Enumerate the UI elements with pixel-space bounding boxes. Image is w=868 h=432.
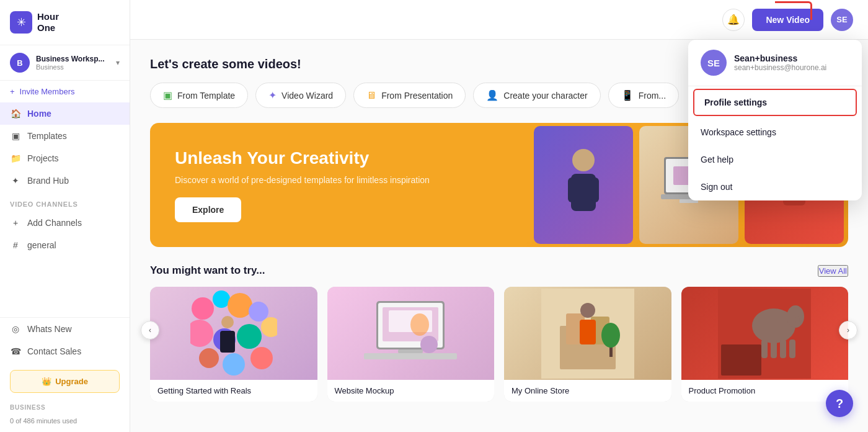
svg-rect-3	[591, 178, 599, 202]
svg-rect-50	[780, 340, 786, 358]
dropdown-item-profile[interactable]: Profile settings	[693, 89, 857, 116]
svg-point-23	[250, 347, 273, 369]
more-icon: 📱	[621, 89, 634, 101]
dropdown-item-workspace[interactable]: Workspace settings	[688, 119, 862, 146]
workspace-info: Business Worksp... Business	[36, 55, 110, 71]
dropdown-username: Sean+business	[734, 53, 826, 63]
logo-area: ✳ HourOne	[0, 0, 130, 45]
svg-point-15	[228, 293, 252, 318]
svg-rect-41	[580, 320, 596, 344]
action-from-presentation[interactable]: 🖥 From Presentation	[353, 83, 466, 108]
svg-point-39	[601, 323, 620, 348]
svg-point-19	[237, 324, 262, 349]
sidebar-item-brandhub[interactable]: ✦ Brand Hub	[0, 169, 130, 192]
sidebar-item-label: Brand Hub	[27, 176, 69, 186]
card-label-4: Product Promotion	[681, 380, 849, 402]
sidebar-item-whatsnew[interactable]: ◎ Whats New	[0, 318, 130, 340]
workspace-type: Business	[36, 63, 110, 71]
card-promotion[interactable]: Product Promotion	[681, 287, 849, 402]
action-from-more[interactable]: 📱 From...	[608, 83, 679, 108]
svg-point-44	[787, 305, 804, 328]
sidebar-bottom: ◎ Whats New ☎ Contact Sales 👑 Upgrade BU…	[0, 317, 130, 432]
svg-point-22	[223, 353, 245, 376]
svg-rect-31	[364, 353, 457, 359]
action-from-template[interactable]: ▣ From Template	[150, 83, 248, 108]
notification-bell-button[interactable]: 🔔	[722, 9, 745, 31]
template-icon: ▣	[163, 89, 172, 101]
sidebar-item-label: general	[27, 240, 56, 250]
action-label: Create your character	[503, 91, 587, 101]
svg-point-32	[410, 313, 429, 336]
add-icon: +	[10, 218, 21, 228]
plus-icon: +	[10, 87, 15, 96]
svg-rect-48	[761, 340, 768, 358]
banner-subtitle: Discover a world of pre-designed templat…	[175, 175, 430, 185]
hash-icon: #	[10, 240, 21, 250]
minutes-used: 0 of 486 minutes used	[0, 415, 130, 432]
invite-label: Invite Members	[20, 87, 75, 96]
carousel-prev-button[interactable]: ‹	[141, 321, 159, 340]
card-thumb-4	[681, 287, 849, 380]
workspace-selector[interactable]: B Business Worksp... Business ▾	[0, 45, 130, 81]
action-label: From...	[639, 91, 666, 101]
sidebar-item-label: Templates	[27, 131, 67, 141]
banner-explore-button[interactable]: Explore	[175, 197, 241, 222]
try-header: You might want to try... View All	[150, 264, 848, 277]
dropdown-item-signout[interactable]: Sign out	[688, 173, 862, 200]
dropdown-avatar: SE	[701, 50, 727, 76]
action-label: From Template	[177, 91, 235, 101]
whatsnew-icon: ◎	[10, 324, 21, 334]
try-section: You might want to try... View All ‹	[150, 264, 848, 402]
svg-point-47	[795, 316, 800, 323]
home-icon: 🏠	[10, 109, 21, 119]
try-title: You might want to try...	[150, 264, 265, 277]
sidebar-item-add-channels[interactable]: + Add Channels	[0, 212, 130, 234]
upgrade-button[interactable]: 👑 Upgrade	[10, 370, 120, 393]
sidebar-item-label: Contact Sales	[27, 346, 81, 356]
sidebar-item-general[interactable]: # general	[0, 234, 130, 256]
help-button[interactable]: ?	[826, 390, 853, 417]
phone-icon: ☎	[10, 346, 21, 356]
card-store[interactable]: My Online Store	[504, 287, 671, 402]
card-reals[interactable]: Getting Started with Reals	[150, 287, 317, 402]
svg-point-0	[572, 149, 595, 171]
action-video-wizard[interactable]: ✦ Video Wizard	[255, 83, 346, 108]
view-all-button[interactable]: View All	[818, 265, 848, 277]
sidebar-item-home[interactable]: 🏠 Home	[0, 102, 130, 125]
sidebar-item-contact[interactable]: ☎ Contact Sales	[0, 340, 130, 362]
invite-members-button[interactable]: + Invite Members	[0, 81, 130, 102]
card-thumb-3	[504, 287, 671, 380]
banner-content: Unleash Your Creativity Discover a world…	[175, 148, 430, 222]
dropdown-item-help[interactable]: Get help	[688, 146, 862, 173]
svg-rect-2	[568, 178, 575, 202]
sidebar-item-label: Whats New	[27, 324, 72, 334]
svg-rect-25	[220, 331, 235, 353]
user-dropdown: SE Sean+business sean+business@hourone.a…	[688, 40, 862, 200]
card-mockup[interactable]: Website Mockup	[327, 287, 495, 402]
logo-icon: ✳	[10, 11, 32, 34]
chevron-down-icon: ▾	[116, 58, 120, 67]
templates-icon: ▣	[10, 131, 21, 141]
business-section: BUSINESS	[0, 400, 130, 415]
brandhub-icon: ✦	[10, 176, 21, 186]
projects-icon: 📁	[10, 153, 21, 163]
card-label-1: Getting Started with Reals	[150, 380, 317, 402]
user-avatar-button[interactable]: SE	[831, 9, 853, 31]
action-label: Video Wizard	[281, 91, 333, 101]
svg-point-21	[199, 348, 219, 368]
svg-rect-30	[398, 349, 423, 353]
card-thumb-1	[150, 287, 317, 380]
carousel-next-button[interactable]: ›	[839, 321, 857, 340]
svg-rect-49	[771, 340, 777, 358]
svg-rect-52	[721, 344, 761, 376]
action-create-character[interactable]: 👤 Create your character	[473, 83, 600, 108]
upgrade-label: Upgrade	[55, 377, 88, 386]
business-label: BUSINESS	[10, 404, 120, 411]
dropdown-header: SE Sean+business sean+business@hourone.a…	[688, 40, 862, 86]
new-video-button[interactable]: New Video	[752, 9, 823, 31]
channels-section-label: VIDEO CHANNELS	[0, 192, 130, 212]
sidebar-item-templates[interactable]: ▣ Templates	[0, 125, 130, 147]
character-icon: 👤	[486, 89, 498, 101]
presentation-icon: 🖥	[366, 90, 376, 101]
sidebar-item-projects[interactable]: 📁 Projects	[0, 147, 130, 169]
